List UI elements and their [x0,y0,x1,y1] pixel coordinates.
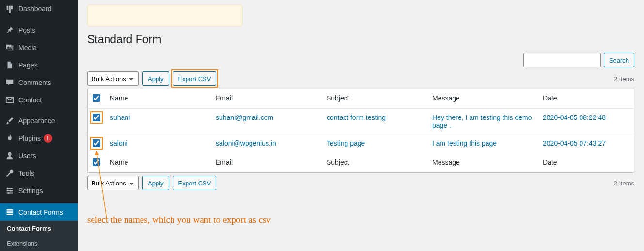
column-footer-email: Email [211,153,322,173]
row-subject: contact form testing [322,109,427,134]
apply-button-top[interactable]: Apply [142,71,169,86]
row-name[interactable]: saloni [110,139,128,147]
menu-label: Posts [18,26,35,34]
sidebar-item-tools[interactable]: Tools [0,165,78,182]
row-date: 2020-04-05 08:22:48 [538,109,634,134]
admin-sidebar: Dashboard Posts Media Pages Comments Con… [0,0,78,251]
wrench-icon [5,168,15,178]
sidebar-item-contact[interactable]: Contact [0,91,78,109]
entries-table: Name Email Subject Message Date suhani s… [87,89,634,173]
forms-icon [5,207,15,217]
apply-button-bottom[interactable]: Apply [142,176,169,190]
row-email: saloni@wpgenius.in [211,134,322,154]
menu-label: Media [18,44,37,51]
row-date: 2020-04-05 07:43:27 [538,134,634,154]
row-message: I am testing this page [427,134,538,154]
select-all-top[interactable] [93,94,100,102]
column-header-message: Message [427,89,538,109]
sidebar-item-plugins[interactable]: Plugins 1 [0,130,78,147]
menu-label: Appearance [18,117,55,125]
page-icon [5,60,15,70]
sidebar-item-users[interactable]: Users [0,147,78,165]
sidebar-item-appearance[interactable]: Appearance [0,112,78,130]
sidebar-item-settings[interactable]: Settings [0,182,78,200]
submenu-item-contact-forms[interactable]: Contact Forms [0,221,78,236]
submenu-item-extensions[interactable]: Extensions [0,236,78,251]
sidebar-item-pages[interactable]: Pages [0,56,78,74]
update-badge: 1 [44,134,52,143]
row-message: Hey there, I am testing this demo page . [427,109,538,134]
page-title: Standard Form [87,33,634,46]
media-icon [5,43,15,52]
mail-icon [5,95,15,105]
row-checkbox[interactable] [93,114,100,121]
admin-notice [87,5,242,26]
menu-label: Settings [18,187,43,195]
column-footer-message: Message [427,153,538,173]
search-button[interactable]: Search [604,53,634,67]
sidebar-item-dashboard[interactable]: Dashboard [0,0,78,17]
export-csv-button-bottom[interactable]: Export CSV [173,176,217,190]
column-footer-date[interactable]: Date [538,153,634,173]
sidebar-item-comments[interactable]: Comments [0,74,78,91]
sidebar-item-posts[interactable]: Posts [0,21,78,39]
brush-icon [5,116,15,126]
comment-icon [5,78,15,87]
menu-label: Contact [18,96,42,104]
settings-icon [5,186,15,196]
row-name[interactable]: suhani [110,114,130,121]
annotation-text: select the names, which you want to expo… [87,215,634,225]
row-email: suhani@gmail.com [211,109,322,134]
menu-label: Users [18,152,36,160]
column-footer-subject: Subject [322,153,427,173]
sidebar-item-contact-forms[interactable]: Contact Forms [0,203,78,221]
dashboard-icon [5,4,15,14]
export-csv-button-top[interactable]: Export CSV [173,71,217,86]
menu-label: Dashboard [18,5,52,13]
bulk-actions-select-top[interactable]: Bulk Actions [87,71,139,86]
plugin-icon [5,134,15,143]
menu-label: Contact Forms [18,208,63,216]
items-count-bottom: 2 items [614,180,634,187]
pin-icon [5,25,15,35]
sidebar-submenu: Contact Forms Extensions [0,221,78,251]
select-all-bottom[interactable] [93,158,100,166]
column-header-subject: Subject [322,89,427,109]
items-count-top: 2 items [614,75,634,83]
bulk-actions-select-bottom[interactable]: Bulk Actions [87,176,139,190]
column-header-date[interactable]: Date [538,89,634,109]
main-content: Standard Form Search Bulk Actions Apply … [78,0,644,251]
table-row: saloni saloni@wpgenius.in Testing page I… [88,134,634,154]
row-checkbox[interactable] [93,139,100,147]
sidebar-item-media[interactable]: Media [0,39,78,56]
menu-label: Tools [18,169,34,177]
column-header-name[interactable]: Name [105,89,211,109]
menu-label: Comments [18,79,51,86]
menu-label: Pages [18,61,38,69]
table-row: suhani suhani@gmail.com contact form tes… [88,109,634,134]
menu-label: Plugins [18,134,41,142]
column-footer-name[interactable]: Name [105,153,211,173]
row-subject: Testing page [322,134,427,154]
user-icon [5,151,15,161]
column-header-email: Email [211,89,322,109]
search-input[interactable] [523,53,601,67]
